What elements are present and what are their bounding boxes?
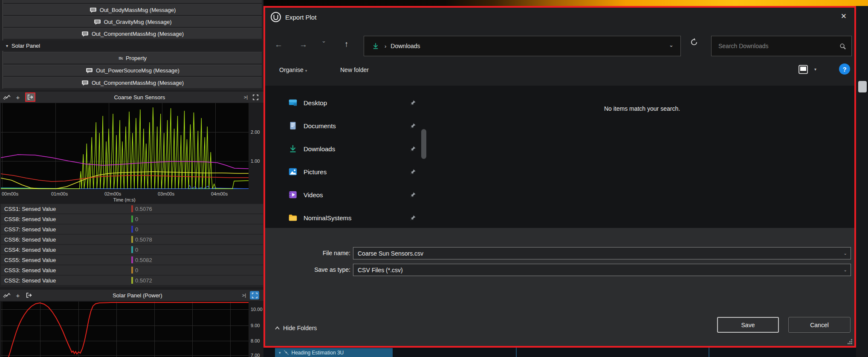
organise-button[interactable]: Organise ▾ [279, 66, 307, 73]
series-color-chip [131, 226, 133, 233]
cancel-button[interactable]: Cancel [788, 317, 851, 333]
series-color-chip [131, 236, 133, 243]
pin-icon[interactable] [410, 192, 416, 198]
view-mode-chevron[interactable]: ▾ [814, 67, 816, 72]
command-toolbar: Organise ▾ New folder ▾ ? [265, 60, 854, 85]
address-bar[interactable]: › Downloads ⌄ [364, 36, 681, 56]
save-fields-panel: File name: Coarse Sun Sensors.csv ⌄ Save… [265, 228, 854, 346]
view-mode-button[interactable] [798, 65, 808, 74]
sidebar-place-item[interactable]: Desktop [265, 91, 430, 114]
message-icon [81, 31, 89, 37]
solar-y-tick: 9.00 [251, 323, 260, 328]
css-values-list: CSS1: Sensed Value 0.5076 CSS8: Sensed V… [0, 204, 263, 286]
sensor-label: CSS6: Sensed Value [1, 236, 131, 243]
property-icon: ≡‹ [119, 55, 123, 61]
up-button[interactable]: ↑ [344, 40, 349, 49]
sidebar-place-item[interactable]: Documents [265, 114, 430, 137]
sensor-label: CSS2: Sensed Value [1, 277, 131, 284]
sensor-value-row[interactable]: CSS8: Sensed Value 0 [1, 214, 263, 224]
expand-icon[interactable] [252, 94, 259, 101]
recent-locations-chevron[interactable]: ⌄ [321, 37, 326, 44]
file-name-dropdown-chevron[interactable]: ⌄ [844, 251, 847, 256]
pin-icon[interactable] [410, 215, 416, 221]
css-plot-panel: + Coarse Sun Sensors >| [0, 90, 263, 204]
add-series-button[interactable]: + [14, 94, 22, 101]
viewport-right-strip [856, 6, 868, 357]
message-row[interactable]: Out_PowerSourceMsg (Message) [3, 65, 262, 76]
plot-line-lime [1, 107, 249, 189]
message-row[interactable]: Out_BodyMassMsg (Message) [3, 4, 262, 15]
hide-folders-button[interactable]: Hide Folders [275, 325, 317, 331]
dialog-title: Export Plot [285, 14, 316, 21]
dock-right-icon[interactable]: >| [244, 95, 248, 100]
message-row[interactable]: Out_ComponentMassMsg (Message) [3, 28, 262, 39]
sensor-value: 0.5078 [135, 236, 152, 243]
dock-right-icon[interactable]: >| [242, 293, 246, 298]
message-row[interactable]: Out_ComponentMassMsg (Message) [3, 77, 262, 88]
message-icon [94, 19, 101, 25]
search-icon[interactable] [839, 43, 846, 50]
solar-plot-area[interactable] [1, 302, 249, 357]
close-button[interactable]: × [837, 11, 850, 22]
message-row-label: Out_GravityMsg (Message) [104, 19, 172, 25]
sensor-label: CSS4: Sensed Value [1, 247, 131, 253]
organise-caret-icon: ▾ [305, 69, 307, 73]
property-row[interactable]: ≡‹ Property [3, 52, 262, 63]
file-browser-area: Desktop Documents Downloads [265, 86, 854, 228]
pin-icon[interactable] [410, 100, 416, 106]
pictures-icon [288, 167, 298, 176]
pin-icon[interactable] [410, 123, 416, 129]
search-box[interactable]: Search Downloads [711, 36, 852, 56]
sidebar-scrollbar[interactable] [421, 129, 426, 159]
scrollbar-thumb[interactable] [858, 81, 867, 92]
expand-caret-icon[interactable]: ▾ [279, 351, 281, 355]
sensor-value-row[interactable]: CSS6: Sensed Value 0.5078 [1, 235, 263, 244]
sensor-value-row[interactable]: CSS1: Sensed Value 0.5076 [1, 204, 263, 213]
sidebar-place-item[interactable]: Pictures [265, 160, 430, 183]
trend-icon[interactable] [3, 94, 11, 101]
css-x-axis-label: Time (m:s) [0, 197, 249, 202]
sidebar-place-item[interactable]: Videos [265, 183, 430, 206]
help-button[interactable]: ? [839, 63, 850, 75]
outliner-selected-row[interactable]: ▾ Heading Estimation 3U [275, 348, 393, 357]
section-header-solar-panel[interactable]: ▾ Solar Panel [0, 40, 263, 51]
message-row-partial[interactable] [3, 0, 262, 3]
sensor-value-row[interactable]: CSS7: Sensed Value 0 [1, 225, 263, 234]
file-name-combobox[interactable]: Coarse Sun Sensors.csv ⌄ [353, 247, 851, 259]
css-plot-area[interactable] [1, 103, 249, 190]
export-plot-button[interactable] [25, 292, 33, 299]
trend-icon[interactable] [3, 292, 11, 299]
outliner-divider [709, 348, 709, 357]
sidebar-place-item[interactable]: Downloads [265, 137, 430, 160]
pin-icon[interactable] [410, 169, 416, 175]
message-icon [86, 68, 93, 73]
pin-icon[interactable] [410, 146, 416, 152]
sensor-value-row[interactable]: CSS5: Sensed Value 0.5082 [1, 255, 263, 265]
message-row-label: Out_BodyMassMsg (Message) [100, 7, 176, 13]
save-type-value[interactable]: CSV Files (*.csv) [358, 267, 403, 274]
resize-grip[interactable] [848, 339, 853, 344]
sensor-value-row[interactable]: CSS3: Sensed Value 0 [1, 265, 263, 275]
forward-button[interactable]: → [299, 40, 307, 49]
refresh-button[interactable] [690, 38, 698, 46]
sensor-value: 0.5082 [135, 257, 152, 263]
dialog-title-bar[interactable]: Export Plot × [265, 8, 854, 26]
file-name-value[interactable]: Coarse Sun Sensors.csv [358, 250, 423, 257]
save-type-dropdown-chevron[interactable]: ⌄ [844, 268, 847, 272]
sidebar-place-item[interactable]: NominalSystems [265, 206, 430, 229]
message-row[interactable]: Out_GravityMsg (Message) [3, 16, 262, 27]
new-folder-button[interactable]: New folder [340, 66, 369, 73]
save-type-combobox[interactable]: CSV Files (*.csv) ⌄ [353, 264, 851, 276]
add-series-button[interactable]: + [14, 292, 22, 299]
sensor-value-row[interactable]: CSS2: Sensed Value 0.5072 [1, 276, 263, 285]
expand-icon-active[interactable] [250, 291, 259, 299]
save-button[interactable]: Save [717, 317, 779, 333]
folder-icon [288, 213, 298, 222]
breadcrumb-location[interactable]: Downloads [391, 43, 420, 49]
export-plot-button[interactable] [25, 92, 35, 102]
address-dropdown-chevron[interactable]: ⌄ [669, 42, 674, 48]
downloads-icon [288, 144, 298, 153]
back-button[interactable]: ← [275, 40, 283, 49]
css-y-tick: 2.00 [251, 130, 260, 135]
sensor-value-row[interactable]: CSS4: Sensed Value 0 [1, 245, 263, 254]
